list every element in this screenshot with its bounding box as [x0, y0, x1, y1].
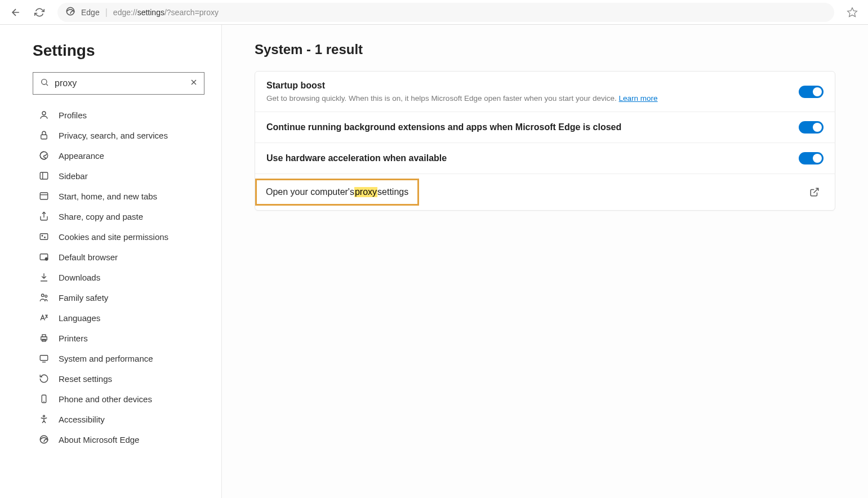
svg-point-19	[45, 295, 47, 297]
hardware-accel-row: Use hardware acceleration when available	[255, 143, 835, 174]
startup-boost-row: Startup boost Get to browsing quickly. W…	[255, 72, 835, 112]
sidebar-item-label: Accessibility	[59, 415, 105, 424]
hardware-accel-toggle[interactable]	[799, 152, 824, 164]
address-bar[interactable]: Edge | edge://settings/?search=proxy	[57, 3, 834, 22]
background-apps-title: Continue running background extensions a…	[266, 122, 799, 132]
background-apps-row: Continue running background extensions a…	[255, 112, 835, 143]
sidebar-item-label: Family safety	[59, 293, 108, 303]
sidebar-icon	[38, 170, 50, 181]
sidebar-item-label: Cookies and site permissions	[59, 232, 168, 242]
settings-main: System - 1 result Startup boost Get to b…	[222, 25, 868, 498]
sidebar-item-default-browser[interactable]: Default browser	[33, 247, 204, 267]
sidebar-item-label: Start, home, and new tabs	[59, 192, 157, 201]
browser-toolbar: Edge | edge://settings/?search=proxy	[0, 0, 868, 25]
startup-boost-desc: Get to browsing quickly. When this is on…	[266, 94, 799, 103]
clear-search-icon[interactable]	[189, 78, 198, 89]
sidebar-item-label: Sidebar	[59, 171, 88, 181]
external-link-icon[interactable]	[805, 183, 824, 201]
startup-boost-title: Startup boost	[266, 81, 799, 91]
sidebar-item-appearance[interactable]: Appearance	[33, 145, 204, 166]
address-url: edge://settings/?search=proxy	[113, 8, 219, 17]
settings-sidebar: Settings ProfilesPrivacy, search, and se…	[0, 25, 222, 498]
svg-point-27	[43, 415, 45, 417]
svg-point-17	[45, 258, 48, 261]
svg-point-14	[42, 235, 43, 237]
settings-heading: Settings	[33, 42, 204, 60]
background-apps-toggle[interactable]	[799, 121, 824, 134]
search-input[interactable]	[55, 78, 184, 88]
sidebar-item-label: Share, copy and paste	[59, 212, 143, 221]
favorite-button[interactable]	[842, 2, 862, 23]
svg-point-15	[44, 237, 46, 238]
search-icon	[40, 78, 49, 89]
appearance-icon	[38, 150, 50, 161]
svg-line-3	[46, 84, 48, 86]
sidebar-item-label: Languages	[59, 313, 100, 323]
startup-boost-toggle[interactable]	[799, 86, 824, 98]
sidebar-item-printers[interactable]: Printers	[33, 328, 204, 348]
sidebar-item-label: System and performance	[59, 354, 153, 363]
proxy-settings-label: Open your computer's proxy settings	[255, 179, 419, 206]
back-button[interactable]	[6, 2, 26, 23]
sidebar-item-label: Default browser	[59, 252, 118, 262]
printers-icon	[38, 332, 50, 344]
sidebar-item-start[interactable]: Start, home, and new tabs	[33, 186, 204, 206]
sidebar-item-profiles[interactable]: Profiles	[33, 105, 204, 125]
edge-icon	[65, 6, 75, 19]
reset-icon	[38, 373, 50, 384]
svg-rect-13	[40, 234, 48, 240]
languages-icon	[38, 312, 50, 323]
about-icon	[38, 434, 50, 445]
hardware-accel-title: Use hardware acceleration when available	[266, 153, 799, 163]
family-icon	[38, 292, 50, 303]
svg-point-18	[42, 294, 44, 297]
sidebar-item-label: Phone and other devices	[59, 394, 152, 404]
sidebar-item-label: Reset settings	[59, 374, 112, 384]
start-icon	[38, 190, 50, 202]
sidebar-item-label: Downloads	[59, 273, 100, 282]
address-domain: Edge	[81, 8, 100, 17]
settings-card: Startup boost Get to browsing quickly. W…	[255, 71, 835, 211]
system-icon	[38, 353, 50, 364]
sidebar-item-cookies[interactable]: Cookies and site permissions	[33, 226, 204, 247]
sidebar-item-label: About Microsoft Edge	[59, 435, 139, 444]
downloads-icon	[38, 272, 50, 283]
sidebar-item-label: Privacy, search, and services	[59, 131, 168, 140]
sidebar-item-label: Appearance	[59, 151, 104, 161]
svg-rect-9	[40, 172, 48, 179]
sidebar-item-label: Printers	[59, 334, 88, 343]
settings-nav: ProfilesPrivacy, search, and servicesApp…	[33, 105, 204, 450]
refresh-button[interactable]	[29, 2, 50, 23]
sidebar-item-label: Profiles	[59, 110, 87, 120]
sidebar-item-reset[interactable]: Reset settings	[33, 368, 204, 389]
sidebar-item-privacy[interactable]: Privacy, search, and services	[33, 125, 204, 145]
svg-rect-11	[40, 193, 48, 199]
privacy-icon	[38, 130, 50, 141]
sidebar-item-family[interactable]: Family safety	[33, 287, 204, 308]
sidebar-item-system[interactable]: System and performance	[33, 348, 204, 368]
svg-rect-7	[41, 135, 47, 139]
svg-rect-23	[40, 355, 48, 361]
sidebar-item-languages[interactable]: Languages	[33, 308, 204, 328]
sidebar-item-phone[interactable]: Phone and other devices	[33, 389, 204, 409]
sidebar-item-downloads[interactable]: Downloads	[33, 267, 204, 287]
sidebar-item-accessibility[interactable]: Accessibility	[33, 409, 204, 429]
proxy-settings-row[interactable]: Open your computer's proxy settings	[255, 174, 835, 210]
cookies-icon	[38, 231, 50, 242]
svg-rect-21	[42, 335, 46, 337]
settings-search[interactable]	[33, 72, 204, 95]
svg-marker-1	[848, 7, 857, 16]
svg-point-6	[42, 112, 46, 115]
phone-icon	[38, 393, 50, 404]
sidebar-item-sidebar[interactable]: Sidebar	[33, 166, 204, 186]
default-browser-icon	[38, 251, 50, 263]
learn-more-link[interactable]: Learn more	[619, 94, 658, 103]
page-title: System - 1 result	[255, 42, 835, 57]
share-icon	[38, 211, 50, 222]
svg-point-2	[42, 79, 47, 85]
sidebar-item-share[interactable]: Share, copy and paste	[33, 206, 204, 226]
accessibility-icon	[38, 413, 50, 425]
profiles-icon	[38, 109, 50, 121]
sidebar-item-about[interactable]: About Microsoft Edge	[33, 429, 204, 450]
